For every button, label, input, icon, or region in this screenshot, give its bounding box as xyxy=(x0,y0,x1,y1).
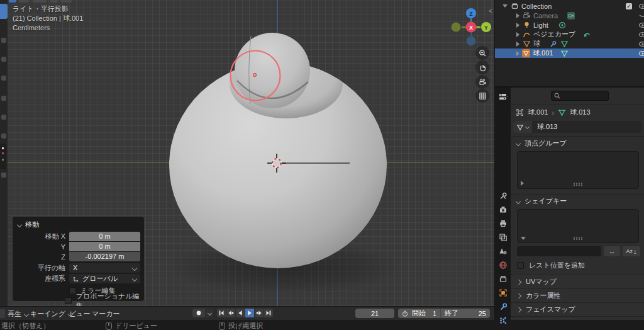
tool-icon[interactable] xyxy=(1,173,6,178)
record-button[interactable] xyxy=(192,309,205,317)
hide-eye-icon[interactable] xyxy=(638,31,644,38)
editor-type-icon[interactable] xyxy=(0,309,5,318)
pan-button[interactable] xyxy=(475,60,489,74)
tab-tool[interactable] xyxy=(495,190,511,202)
section-face-maps[interactable]: フェイスマップ xyxy=(511,302,644,316)
zoom-button[interactable] xyxy=(475,46,489,60)
hide-eye-icon[interactable] xyxy=(638,3,644,9)
tab-scene[interactable] xyxy=(495,245,511,258)
active-tool-icon[interactable] xyxy=(0,4,8,19)
tab-particles[interactable] xyxy=(495,314,511,327)
outliner-row-collection[interactable]: Collection ✓ xyxy=(495,1,644,11)
datablock-name[interactable]: 球.013 xyxy=(537,122,557,132)
orient-axis-dropdown[interactable]: X xyxy=(69,263,140,273)
list-resize-grip[interactable] xyxy=(573,237,583,240)
hide-eye-closed-icon[interactable] xyxy=(638,13,644,19)
record-options-dropdown[interactable] xyxy=(206,309,213,317)
hide-eye-icon[interactable] xyxy=(638,41,644,47)
breadcrumb-data[interactable]: 球.013 xyxy=(570,108,590,117)
move-z-field[interactable]: -0.002197 m xyxy=(69,252,140,261)
menu-playback[interactable]: 再生 xyxy=(8,309,28,319)
move-y-field[interactable]: 0 m xyxy=(69,242,140,251)
outliner-row-sphere[interactable]: 球 xyxy=(495,39,644,48)
list-filter-icon[interactable] xyxy=(521,181,524,186)
tab-render[interactable] xyxy=(495,203,511,216)
gizmo-z-neg-axis[interactable] xyxy=(467,37,476,46)
tab-view-layer[interactable] xyxy=(495,231,511,244)
shape-keys-list[interactable] xyxy=(517,209,639,243)
proportional-checkbox[interactable] xyxy=(65,297,71,304)
breadcrumb-object[interactable]: 球.001 xyxy=(528,108,548,117)
expand-icon[interactable] xyxy=(516,13,519,18)
rest-position-checkbox[interactable] xyxy=(517,262,524,269)
ortho-toggle-button[interactable] xyxy=(475,89,489,103)
vertex-groups-list[interactable] xyxy=(517,151,639,189)
hide-eye-icon[interactable] xyxy=(638,22,644,28)
tab-modifiers[interactable] xyxy=(495,300,511,313)
timeline-editor[interactable]: 再生 キーイング ビュー マーカー xyxy=(0,306,494,320)
camera-view-button[interactable] xyxy=(475,75,489,89)
frame-start-field[interactable]: 開始 1 xyxy=(398,309,440,318)
tab-world[interactable] xyxy=(495,259,511,271)
move-x-field[interactable]: 0 m xyxy=(69,232,140,241)
menu-view[interactable]: ビュー xyxy=(69,309,91,319)
play-reverse-button[interactable] xyxy=(236,309,245,317)
tool-icon[interactable] xyxy=(1,134,6,139)
sidebar-toggle-arrow[interactable]: < xyxy=(489,8,492,14)
properties-tab-column[interactable] xyxy=(494,88,511,320)
gizmo-y-axis[interactable]: Y xyxy=(481,22,491,32)
outliner-row-bezier[interactable]: ベジエカーブ xyxy=(495,30,644,39)
tool-icon[interactable] xyxy=(1,76,6,81)
hide-eye-icon[interactable] xyxy=(638,50,644,57)
orientation-dropdown[interactable]: グローバル xyxy=(69,274,140,283)
section-vertex-groups[interactable]: 頂点グループ xyxy=(511,136,644,150)
shape-key-value-field[interactable] xyxy=(517,246,601,256)
section-color-attributes[interactable]: カラー属性 xyxy=(511,288,644,302)
sphere-small[interactable] xyxy=(235,33,310,108)
navigation-gizmo[interactable]: Z Y X xyxy=(448,3,494,51)
shape-key-swap-button[interactable]: ↔ xyxy=(604,246,620,256)
expand-icon[interactable] xyxy=(516,23,519,28)
outliner-row-light[interactable]: Light xyxy=(495,20,644,30)
tool-icon[interactable] xyxy=(1,38,6,43)
list-resize-grip[interactable] xyxy=(573,183,583,186)
datablock-name-field[interactable]: 球.013 xyxy=(513,121,641,133)
shape-key-sort-button[interactable]: Az ↓ xyxy=(623,246,640,256)
next-keyframe-button[interactable] xyxy=(255,309,264,317)
tool-icon[interactable] xyxy=(1,57,6,62)
menu-keying[interactable]: キーイング xyxy=(30,309,72,319)
list-filter-icon[interactable] xyxy=(521,237,526,240)
outliner[interactable]: Collection ✓ Camera Light xyxy=(494,0,644,88)
tab-output[interactable] xyxy=(495,217,511,230)
datablock-type-dropdown[interactable] xyxy=(513,121,532,133)
menu-marker[interactable]: マーカー xyxy=(92,309,120,319)
gizmo-y-neg-axis[interactable] xyxy=(452,23,461,32)
tab-collection[interactable] xyxy=(495,273,511,285)
section-uv-maps[interactable]: UVマップ xyxy=(511,275,644,288)
play-button[interactable] xyxy=(245,309,254,317)
prev-keyframe-button[interactable] xyxy=(226,309,235,317)
outliner-row-camera[interactable]: Camera xyxy=(495,11,644,20)
jump-to-end-button[interactable] xyxy=(264,309,273,317)
current-frame-field[interactable]: 21 xyxy=(355,309,394,318)
tool-icon[interactable] xyxy=(1,115,6,120)
expand-icon[interactable] xyxy=(516,32,519,37)
tab-object[interactable] xyxy=(495,287,511,299)
jump-to-start-button[interactable] xyxy=(217,309,226,317)
expand-icon[interactable] xyxy=(502,4,508,8)
tool-icon[interactable] xyxy=(1,96,6,101)
editor-type-selector[interactable] xyxy=(495,89,511,105)
gizmo-x-axis[interactable]: X xyxy=(466,22,477,33)
properties-search-input[interactable] xyxy=(551,91,609,101)
section-shape-keys[interactable]: シェイプキー xyxy=(511,194,644,208)
gizmo-z-axis[interactable]: Z xyxy=(466,8,476,18)
expand-icon[interactable] xyxy=(516,51,519,56)
operator-panel-header[interactable]: 移動 xyxy=(18,220,140,229)
expand-icon[interactable] xyxy=(516,42,519,47)
section-attributes[interactable]: 属性 xyxy=(511,316,644,320)
outliner-row-sphere-001[interactable]: 球.001 xyxy=(495,48,644,58)
frame-end-field[interactable]: 終了 25 xyxy=(441,309,490,318)
collection-checkbox[interactable]: ✓ xyxy=(626,3,632,9)
mirror-checkbox[interactable] xyxy=(69,287,76,294)
viewport-3d[interactable]: ライト・平行投影 (21) Collection | 球.001 Centime… xyxy=(0,0,494,306)
